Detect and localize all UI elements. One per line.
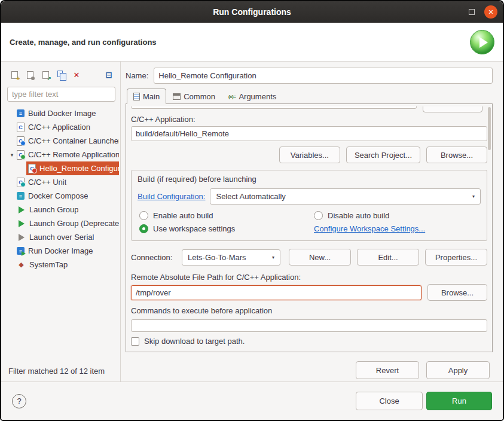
close-icon[interactable]: ✕ — [484, 5, 497, 19]
radio-unchecked-icon — [314, 211, 323, 220]
window-controls: ✕ — [469, 5, 503, 19]
collapse-all-icon[interactable]: ⊟ — [103, 69, 114, 80]
radio-label: Enable auto build — [153, 211, 213, 220]
tree-item-build-docker-image[interactable]: Build Docker Image — [6, 106, 119, 120]
build-group-title: Build (if required) before launching — [138, 175, 481, 184]
variables-button[interactable]: Variables... — [279, 147, 340, 163]
tab-label: Main — [143, 92, 160, 101]
tree-item-cpp-container-launcher[interactable]: C/C++ Container Launcher — [6, 134, 119, 148]
tree-item-systemtap[interactable]: SystemTap — [6, 258, 119, 271]
revert-button[interactable]: Revert — [356, 361, 419, 379]
launch-group-deprecated-icon — [17, 219, 26, 228]
application-path-input[interactable] — [131, 126, 487, 141]
systemtap-icon — [17, 260, 26, 269]
combo-value: Select Automatically — [216, 192, 285, 201]
delete-configuration-icon[interactable]: ✕ — [71, 69, 82, 80]
tree-item-hello-remote-configuration[interactable]: Hello_Remote Configuration — [26, 161, 119, 175]
document-shape — [27, 71, 33, 79]
chevron-down-icon: ▾ — [466, 194, 475, 199]
build-configuration-row: Build Configuration: Select Automaticall… — [138, 188, 481, 205]
run-docker-image-icon — [17, 247, 25, 255]
documents-shape — [57, 71, 63, 77]
expand-arrow-icon[interactable]: ▾ — [7, 152, 17, 158]
connection-combo[interactable]: Lets-Go-To-Mars ▾ — [182, 249, 280, 266]
main-tab-panel: C/C++ Application: Variables... Search P… — [126, 103, 493, 352]
configure-workspace-settings-link[interactable]: Configure Workspace Settings... — [314, 224, 481, 233]
window-title: Run Configurations — [1, 7, 503, 17]
tree-item-cpp-remote-application[interactable]: ▾ C/C++ Remote Application — [6, 148, 119, 161]
tree-item-label: C/C++ Container Launcher — [28, 136, 119, 145]
new-prototype-icon[interactable] — [25, 69, 35, 80]
clipped-browse-button[interactable] — [423, 106, 482, 112]
commands-input[interactable] — [131, 319, 487, 332]
name-input[interactable] — [154, 68, 493, 84]
application-buttons: Variables... Search Project... Browse... — [131, 147, 487, 163]
connection-row: Connection: Lets-Go-To-Mars ▾ New... Edi… — [131, 249, 487, 266]
configurations-tree: Build Docker Image C/C++ Application C/C… — [6, 106, 119, 363]
cpp-container-launcher-icon — [17, 136, 25, 145]
radio-use-workspace-settings[interactable]: Use workspace settings — [139, 224, 314, 233]
build-configuration-combo[interactable]: Select Automatically ▾ — [210, 188, 481, 205]
tab-main[interactable]: Main — [127, 89, 166, 104]
help-button[interactable]: ? — [12, 394, 26, 408]
tree-item-launch-group-deprecated[interactable]: Launch Group (Deprecated) — [6, 216, 119, 230]
radio-disable-auto-build[interactable]: Disable auto build — [314, 211, 481, 220]
remote-path-row: Browse... — [131, 284, 487, 301]
tree-item-launch-group[interactable]: Launch Group — [6, 203, 119, 216]
scrollbar-thumb[interactable] — [488, 107, 491, 150]
tab-arguments[interactable]: (x)= Arguments — [222, 89, 283, 104]
tree-item-cpp-application[interactable]: C/C++ Application — [6, 120, 119, 134]
radio-label: Disable auto build — [328, 211, 389, 220]
tab-label: Common — [184, 92, 215, 101]
configuration-editor: Name: Main Common (x)= Arguments — [121, 62, 503, 382]
auto-build-options: Enable auto build Disable auto build Use… — [139, 211, 481, 233]
tree-item-label: C/C++ Application — [28, 123, 90, 132]
editor-actions: Revert Apply — [126, 361, 493, 379]
tree-item-run-docker-image[interactable]: Run Docker Image — [6, 244, 119, 258]
browse-remote-path-button[interactable]: Browse... — [427, 284, 487, 301]
launch-group-icon — [17, 205, 26, 214]
name-label: Name: — [126, 71, 148, 80]
remote-path-label: Remote Absolute File Path for C/C++ Appl… — [131, 273, 487, 282]
clipped-project-input[interactable] — [131, 106, 417, 109]
connection-new-button[interactable]: New... — [289, 249, 351, 266]
run-configurations-dialog: Run Configurations ✕ Create, manage, and… — [0, 0, 504, 421]
export-configurations-icon[interactable] — [40, 69, 51, 80]
editor-tabs: Main Common (x)= Arguments — [126, 89, 493, 104]
tab-label: Arguments — [239, 92, 276, 101]
dialog-body: ✕ ⊟ Build Docker Image C/C++ Application — [1, 62, 503, 382]
run-button[interactable]: Run — [426, 392, 492, 410]
radio-enable-auto-build[interactable]: Enable auto build — [139, 211, 314, 220]
cpp-application-icon — [17, 123, 25, 132]
skip-download-row[interactable]: Skip download to target path. — [131, 337, 487, 346]
duplicate-configuration-icon[interactable] — [56, 69, 66, 80]
tree-item-label: Launch Group — [29, 205, 78, 214]
tree-item-label: C/C++ Remote Application — [28, 150, 119, 159]
new-configuration-icon[interactable] — [9, 69, 20, 80]
tree-item-launch-over-serial[interactable]: Launch over Serial — [6, 230, 119, 244]
titlebar[interactable]: Run Configurations ✕ — [1, 1, 503, 23]
connection-properties-button[interactable]: Properties... — [425, 249, 487, 266]
tree-item-label: Build Docker Image — [28, 109, 96, 118]
cpp-unit-icon — [17, 178, 25, 187]
apply-button[interactable]: Apply — [426, 361, 490, 379]
tree-item-label: C/C++ Unit — [28, 178, 66, 187]
clipped-project-row — [131, 106, 487, 113]
build-configuration-link[interactable]: Build Configuration: — [138, 192, 205, 201]
tab-common[interactable]: Common — [166, 89, 222, 104]
build-group: Build (if required) before launching Bui… — [131, 170, 487, 241]
tree-item-cpp-unit[interactable]: C/C++ Unit — [6, 175, 119, 189]
document-shape — [42, 71, 49, 79]
remote-path-input[interactable] — [131, 285, 421, 300]
close-button[interactable]: Close — [356, 392, 423, 410]
connection-label: Connection: — [131, 253, 182, 262]
maximize-icon[interactable] — [469, 9, 475, 15]
cpp-remote-application-icon — [17, 150, 25, 159]
connection-edit-button[interactable]: Edit... — [357, 249, 419, 266]
browse-application-button[interactable]: Browse... — [426, 147, 487, 163]
search-project-button[interactable]: Search Project... — [346, 147, 420, 163]
tree-item-docker-compose[interactable]: Docker Compose — [6, 189, 119, 203]
filter-input[interactable] — [7, 87, 115, 102]
tree-item-label: Docker Compose — [28, 191, 88, 200]
tree-item-label: Hello_Remote Configuration — [39, 164, 119, 173]
